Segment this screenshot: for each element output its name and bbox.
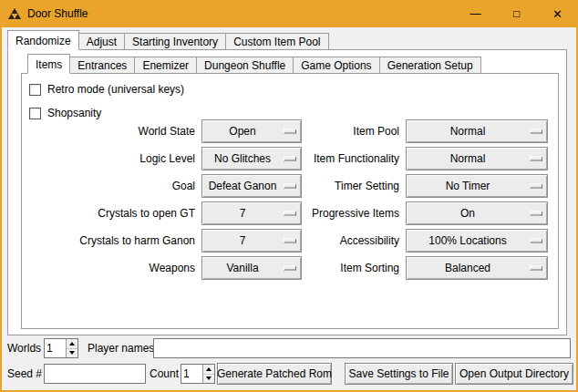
- count-input[interactable]: [181, 365, 202, 383]
- worlds-input[interactable]: [45, 339, 66, 357]
- generate-rom-button[interactable]: Generate Patched Rom: [217, 363, 332, 385]
- item-pool-dropdown[interactable]: Normal: [406, 119, 548, 143]
- minimize-icon: —: [470, 7, 481, 20]
- crystals-gt-label: Crystals to open GT: [29, 207, 197, 220]
- crystals-ganon-label: Crystals to harm Ganon: [29, 234, 197, 247]
- item-pool-value: Normal: [450, 125, 486, 138]
- item-functionality-value: Normal: [450, 152, 486, 165]
- tab-adjust[interactable]: Adjust: [78, 33, 125, 50]
- crystals-gt-value: 7: [240, 207, 246, 220]
- tab-starting-inventory[interactable]: Starting Inventory: [124, 33, 226, 50]
- retro-mode-label: Retro mode (universal keys): [47, 83, 184, 96]
- app-icon: [7, 6, 22, 21]
- menu-indicator-icon: [284, 184, 296, 189]
- checkbox-retro-mode[interactable]: Retro mode (universal keys): [29, 81, 184, 98]
- randomize-pane: Items Entrances Enemizer Dungeon Shuffle…: [7, 49, 567, 335]
- worlds-spinbox[interactable]: [44, 338, 78, 358]
- shopsanity-checkbox[interactable]: [29, 108, 41, 119]
- crystals-gt-dropdown[interactable]: 7: [201, 201, 302, 225]
- tab-generation-setup[interactable]: Generation Setup: [379, 57, 481, 74]
- window-controls: — □ ✕: [455, 0, 578, 27]
- menu-indicator-icon: [284, 157, 296, 161]
- weapons-label: Weapons: [29, 262, 197, 274]
- spin-down-button[interactable]: [203, 374, 214, 384]
- item-functionality-dropdown[interactable]: Normal: [406, 147, 548, 170]
- close-icon: ✕: [552, 7, 563, 21]
- worlds-label: Worlds: [7, 338, 41, 358]
- progressive-items-dropdown[interactable]: On: [406, 201, 548, 225]
- spin-down-button[interactable]: [67, 348, 77, 358]
- close-button[interactable]: ✕: [537, 0, 578, 27]
- settings-grid: World State Open Item Pool Normal Logic …: [29, 119, 548, 280]
- world-state-dropdown[interactable]: Open: [201, 119, 302, 143]
- retro-mode-checkbox[interactable]: [29, 84, 41, 96]
- menu-indicator-icon: [530, 129, 542, 134]
- menu-indicator-icon: [284, 239, 296, 243]
- tab-randomize[interactable]: Randomize: [7, 30, 79, 50]
- weapons-value: Vanilla: [226, 262, 258, 274]
- menu-indicator-icon: [530, 157, 542, 161]
- goal-label: Goal: [29, 180, 197, 192]
- items-pane: Retro mode (universal keys) Shopsanity W…: [21, 73, 559, 329]
- timer-setting-dropdown[interactable]: No Timer: [406, 174, 548, 198]
- item-pool-label: Item Pool: [306, 125, 401, 138]
- tab-items[interactable]: Items: [27, 54, 70, 74]
- menu-indicator-icon: [284, 266, 296, 271]
- accessibility-dropdown[interactable]: 100% Locations: [406, 229, 548, 253]
- tab-game-options[interactable]: Game Options: [293, 57, 379, 74]
- arrow-down-icon: [69, 351, 75, 355]
- weapons-dropdown[interactable]: Vanilla: [201, 256, 302, 280]
- seed-label: Seed #: [7, 363, 42, 385]
- menu-indicator-icon: [530, 239, 542, 243]
- tab-custom-item-pool[interactable]: Custom Item Pool: [225, 33, 328, 50]
- timer-setting-value: No Timer: [446, 180, 490, 192]
- logic-level-label: Logic Level: [29, 152, 197, 165]
- timer-setting-label: Timer Setting: [306, 180, 401, 192]
- menu-indicator-icon: [284, 129, 296, 134]
- minimize-button[interactable]: —: [455, 0, 496, 27]
- logic-level-dropdown[interactable]: No Glitches: [201, 147, 302, 170]
- item-sorting-label: Item Sorting: [306, 262, 401, 274]
- shopsanity-label: Shopsanity: [47, 107, 101, 119]
- tab-enemizer[interactable]: Enemizer: [134, 57, 197, 74]
- menu-indicator-icon: [530, 211, 542, 216]
- count-spinbox[interactable]: [181, 364, 215, 384]
- open-output-button[interactable]: Open Output Directory: [455, 363, 573, 385]
- crystals-ganon-value: 7: [240, 234, 246, 247]
- menu-indicator-icon: [284, 211, 296, 216]
- count-label: Count: [150, 363, 179, 385]
- tab-dungeon-shuffle[interactable]: Dungeon Shuffle: [196, 57, 294, 74]
- maximize-icon: □: [513, 7, 520, 20]
- app-window: Door Shuffle — □ ✕ Randomize Adjust Star…: [0, 0, 578, 392]
- crystals-ganon-dropdown[interactable]: 7: [201, 229, 302, 253]
- item-functionality-label: Item Functionality: [306, 152, 401, 165]
- logic-level-value: No Glitches: [214, 152, 271, 165]
- world-state-value: Open: [229, 125, 255, 138]
- goal-value: Defeat Ganon: [209, 180, 277, 192]
- arrow-up-icon: [206, 367, 212, 371]
- worlds-spin-arrows: [66, 339, 77, 357]
- player-names-input[interactable]: [153, 338, 571, 358]
- spin-up-button[interactable]: [203, 365, 214, 374]
- seed-input[interactable]: [44, 364, 146, 384]
- player-names-label: Player names: [88, 338, 154, 358]
- main-tab-bar: Randomize Adjust Starting Inventory Cust…: [7, 30, 328, 50]
- goal-dropdown[interactable]: Defeat Ganon: [201, 174, 302, 198]
- titlebar: Door Shuffle — □ ✕: [0, 0, 578, 27]
- menu-indicator-icon: [530, 184, 542, 189]
- spin-up-button[interactable]: [67, 339, 77, 348]
- maximize-button[interactable]: □: [496, 0, 537, 27]
- progressive-items-label: Progressive Items: [306, 207, 401, 220]
- sub-tab-bar: Items Entrances Enemizer Dungeon Shuffle…: [27, 54, 480, 74]
- accessibility-label: Accessibility: [306, 234, 401, 247]
- tab-entrances[interactable]: Entrances: [69, 57, 135, 74]
- item-sorting-dropdown[interactable]: Balanced: [406, 256, 548, 280]
- menu-indicator-icon: [530, 266, 542, 271]
- arrow-up-icon: [69, 342, 75, 346]
- arrow-down-icon: [206, 377, 212, 380]
- save-settings-button[interactable]: Save Settings to File: [345, 363, 453, 385]
- accessibility-value: 100% Locations: [428, 234, 506, 247]
- client-area: Randomize Adjust Starting Inventory Cust…: [2, 27, 576, 390]
- item-sorting-value: Balanced: [445, 262, 490, 274]
- window-title: Door Shuffle: [27, 7, 88, 20]
